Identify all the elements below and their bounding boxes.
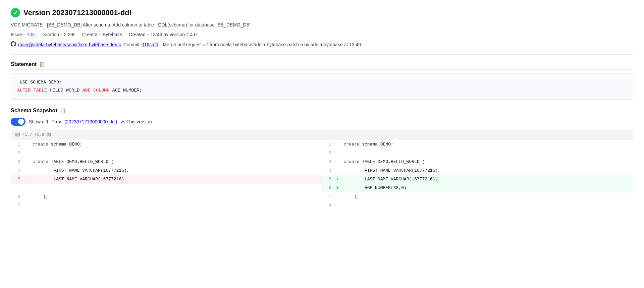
- creator-label: Creator -: [82, 32, 101, 37]
- statement-title: Statement: [11, 61, 37, 67]
- page-subtitle: VCS MIGRATE - [BB_DEMO_DB] Alter schema:…: [11, 21, 633, 28]
- code-alter: ALTER: [17, 87, 31, 95]
- statement-copy-button[interactable]: 📋: [39, 62, 45, 67]
- page-header: Version 2023071213000001-ddl: [11, 8, 633, 17]
- diff-left-line-3: 3 create TABLE DEMO.HELLO_WORLD (: [11, 158, 322, 166]
- commit-row: main@adela-bytebase/snowflake-bytebase-d…: [11, 41, 633, 48]
- diff-container: @@ -1,7 +1,8 @@ 1 create schema DEMO; 2 …: [11, 130, 633, 210]
- diff-left-line-4: 4 FIRST_NAME VARCHAR(16777216),: [11, 166, 322, 175]
- commit-label: Commit: [123, 42, 140, 47]
- diff-left-line-7: 7: [11, 201, 322, 210]
- code-space: [31, 87, 34, 95]
- schema-snapshot-copy-button[interactable]: 📋: [60, 108, 66, 113]
- duration-value: 2.29s: [64, 32, 75, 37]
- diff-left-header: @@ -1,7 +1,8 @@: [11, 130, 322, 140]
- meta-row: Issue - 103 Duration - 2.29s Creator - B…: [11, 32, 633, 37]
- code-space2: [91, 87, 93, 95]
- schema-snapshot-header: Schema Snapshot 📋: [11, 108, 633, 114]
- diff-right-line-4: 4 FIRST_NAME VARCHAR(16777216),: [322, 166, 633, 175]
- code-line-2: ALTER TABLE HELLO_WORLD ADD COLUMN AGE N…: [17, 87, 627, 95]
- divider-1: [11, 54, 633, 55]
- diff-right-line-1: 1 create schema DEMO;: [322, 140, 633, 149]
- schema-snapshot-title: Schema Snapshot: [11, 108, 57, 114]
- diff-left-line-1: 1 create schema DEMO;: [11, 140, 322, 149]
- diff-right-line-5: 5 + LAST_NAME VARCHAR(16777216),: [322, 175, 633, 184]
- statement-code-block: USE SCHEMA DEMO; ALTER TABLE HELLO_WORLD…: [11, 73, 633, 100]
- commit-hash-link[interactable]: 016cafd: [142, 42, 158, 47]
- prev-label: Prev: [51, 119, 61, 124]
- code-hello-world: HELLO_WORLD: [47, 87, 82, 95]
- diff-left-line-5: 5 - LAST_NAME VARCHAR(16777216): [11, 175, 322, 184]
- diff-left-spacer: [11, 184, 322, 192]
- show-diff-label: Show diff: [29, 119, 48, 124]
- duration-label: Duration -: [41, 32, 62, 37]
- show-diff-toggle[interactable]: [11, 118, 25, 126]
- diff-left-pane: @@ -1,7 +1,8 @@ 1 create schema DEMO; 2 …: [11, 130, 322, 210]
- diff-right-line-8: 8: [322, 201, 633, 210]
- page-title: Version 2023071213000001-ddl: [23, 8, 131, 17]
- diff-right-header: [322, 130, 633, 140]
- diff-right-line-6: 6 + AGE NUMBER(38,0): [322, 184, 633, 192]
- issue-label: Issue -: [11, 32, 25, 37]
- diff-right-line-2: 2: [322, 149, 633, 158]
- creator-value: Bytebase: [103, 32, 122, 37]
- github-icon: [11, 41, 16, 48]
- vs-label: vs This version: [120, 119, 152, 124]
- issue-link[interactable]: 103: [27, 32, 35, 37]
- diff-right-line-3: 3 create TABLE DEMO.HELLO_WORLD (: [322, 158, 633, 166]
- diff-right-pane: 1 create schema DEMO; 2 3 create TABLE D…: [322, 130, 633, 210]
- statement-section-header: Statement 📋: [11, 61, 633, 70]
- code-age-number: AGE NUMBER;: [110, 87, 142, 95]
- diff-toggle-row: Show diff Prev (2023071213000000-ddl) vs…: [11, 118, 633, 126]
- prev-version-link[interactable]: (2023071213000000-ddl): [64, 119, 117, 124]
- code-table: TABLE: [34, 87, 47, 95]
- code-line-1: USE SCHEMA DEMO;: [17, 78, 627, 87]
- diff-left-line-2: 2: [11, 149, 322, 158]
- created-value: 13:46 by version 2.4.0: [150, 32, 197, 37]
- diff-right-line-7: 7 );: [322, 192, 633, 201]
- code-column: COLUMN: [93, 87, 110, 95]
- success-icon: [11, 8, 20, 17]
- diff-left-line-6: 6 );: [11, 192, 322, 201]
- branch-link[interactable]: main@adela-bytebase/snowflake-bytebase-d…: [18, 42, 121, 47]
- created-label: Created -: [129, 32, 148, 37]
- code-add: ADD: [82, 87, 90, 95]
- commit-message: : Merge pull request #7 from adela-byteb…: [160, 42, 361, 47]
